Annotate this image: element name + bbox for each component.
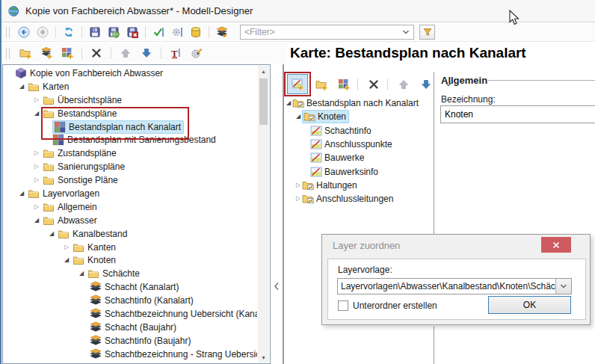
tree-item[interactable]: ◢Knoten [4, 253, 257, 267]
validate-button[interactable] [150, 24, 167, 40]
save-discard-button[interactable] [124, 24, 141, 40]
expander-icon[interactable]: ▷ [33, 150, 43, 156]
tree-item-selected[interactable]: Bestandsplan nach Kanalart [4, 120, 257, 134]
back-button[interactable] [16, 24, 32, 40]
dialog-close-button[interactable] [541, 237, 571, 253]
tree-item[interactable]: ◢Bestandsplan nach Kanalart [286, 96, 432, 110]
layers-button[interactable] [214, 24, 230, 40]
expander-icon[interactable]: ▷ [33, 204, 43, 210]
tree-item[interactable] [4, 361, 257, 363]
add-layer-button[interactable] [287, 74, 308, 94]
expander-icon[interactable]: ▷ [296, 182, 302, 188]
tree-item[interactable]: Schachtinfo (Baujahr) [4, 334, 257, 348]
chevron-down-icon[interactable] [555, 279, 571, 294]
tree-item[interactable]: Anschlusspunkte [286, 138, 432, 151]
expander-icon[interactable]: ◢ [18, 191, 28, 197]
tree-item[interactable]: ▷Sanierungspläne [4, 160, 257, 173]
tree-item[interactable]: ▷Zustandspläne [4, 146, 257, 160]
tree-item[interactable]: ▷Übersichtspläne [4, 93, 257, 107]
delete-button[interactable] [87, 44, 105, 62]
expander-icon[interactable]: ▷ [33, 177, 43, 183]
tree-item[interactable]: ◢Karten [4, 80, 257, 93]
expander-icon[interactable]: ◢ [296, 114, 302, 120]
expander-icon[interactable]: ◢ [48, 231, 58, 237]
toolbar-separator [387, 78, 388, 90]
forward-button[interactable] [34, 24, 51, 40]
expander-icon[interactable]: ▷ [63, 244, 73, 250]
expander-icon[interactable]: ◢ [18, 84, 28, 90]
tree-item-selected[interactable]: ◢Knoten [286, 110, 432, 123]
scroll-down-icon[interactable]: ▼ [258, 352, 269, 363]
save-publish-button[interactable] [105, 24, 122, 40]
new-map-button[interactable] [58, 44, 76, 62]
layervorlage-label: Layervorlage: [338, 265, 392, 275]
filter-combobox[interactable]: <Filter> [240, 25, 414, 40]
tree-item[interactable]: ▷Allgemein [4, 200, 257, 214]
add-folder-button[interactable] [312, 75, 330, 93]
tree-item[interactable]: Schachtbezeichnung Uebersicht (Kanalart) [4, 307, 257, 321]
tree-item[interactable]: Bestandsplan mit Sanierungsbestand [4, 133, 257, 146]
layervorlage-value[interactable] [338, 279, 555, 294]
tree-item[interactable]: ◢Schächte [4, 267, 257, 280]
new-folder-button[interactable] [16, 44, 34, 62]
properties-divider [434, 72, 434, 234]
map-layer-tree: ◢Bestandsplan nach Kanalart ◢Knoten Scha… [286, 96, 432, 206]
delete-button[interactable] [365, 75, 383, 93]
settings-apply-button[interactable] [169, 24, 185, 40]
expander-icon[interactable]: ◢ [33, 111, 43, 117]
title-bar: Kopie von Fachbereich Abwasser* - Modell… [1, 0, 595, 22]
expander-icon[interactable]: ◢ [33, 218, 43, 223]
bezeichnung-field[interactable] [440, 105, 595, 123]
checkbox-label: Unterordner erstellen [353, 300, 437, 311]
expander-icon[interactable]: ▷ [33, 164, 43, 170]
tree-item[interactable]: ▷Haltungen [286, 179, 432, 192]
scrollbar-thumb[interactable] [259, 78, 268, 125]
chevron-down-icon[interactable] [402, 29, 413, 35]
app-globe-icon [7, 5, 19, 17]
tree-item[interactable]: ◢Abwasser [4, 214, 257, 227]
tree-item[interactable]: ▷Kanten [4, 241, 257, 254]
unterordner-checkbox-row[interactable]: Unterordner erstellen [338, 300, 437, 311]
tree-item[interactable]: ▷Anschlussleitungen [286, 192, 432, 206]
database-button[interactable] [188, 24, 204, 40]
move-down-button[interactable] [417, 75, 435, 93]
expander-icon[interactable]: ▷ [296, 196, 302, 202]
move-up-button[interactable] [117, 44, 135, 62]
move-down-button[interactable] [138, 44, 155, 62]
tree-item[interactable]: Bauwerke [286, 151, 432, 164]
tree-item[interactable]: Schachtinfo [286, 124, 432, 138]
tree-item[interactable]: ◢Layervorlagen [4, 187, 257, 200]
text-style-button[interactable] [167, 44, 185, 62]
project-tree-panel: Kopie von Fachbereich Abwasser ◢Karten ▷… [2, 64, 271, 364]
refresh-button[interactable] [61, 24, 77, 40]
tree-item[interactable]: Bauwerksinfo [286, 164, 432, 178]
tree-item[interactable]: ◢Bestandspläne [4, 107, 257, 120]
splitter-collapse-button[interactable] [272, 280, 281, 293]
expander-icon[interactable]: ◢ [286, 100, 292, 106]
checkbox[interactable] [338, 300, 348, 311]
filter-apply-button[interactable] [419, 25, 435, 40]
expander-icon[interactable]: ◢ [63, 257, 73, 263]
scroll-up-icon[interactable]: ▲ [258, 66, 269, 76]
theme-button[interactable] [188, 44, 206, 62]
tree-item[interactable]: ◢Kanalbestand [4, 227, 257, 241]
expander-icon[interactable]: ▷ [33, 97, 43, 103]
save-button[interactable] [87, 24, 103, 40]
move-up-button[interactable] [395, 75, 413, 93]
panel-splitter[interactable] [283, 64, 284, 364]
new-layer-button[interactable] [37, 44, 55, 62]
tree-item[interactable]: Schacht (Kanalart) [4, 280, 257, 294]
tree-item[interactable]: Schachtbezeichnung - Strang Uebersich... [4, 348, 257, 361]
tree-scrollbar[interactable]: ▲ ▼ [258, 66, 269, 363]
toolbar-grip[interactable] [6, 27, 10, 38]
tree-item-root[interactable]: Kopie von Fachbereich Abwasser [4, 67, 257, 80]
tree-item[interactable]: Schachtinfo (Kanalart) [4, 294, 257, 307]
tree-item[interactable]: ▷Sonstige Pläne [4, 173, 257, 187]
toolbar-grip[interactable] [6, 48, 10, 59]
expander-icon[interactable]: ◢ [78, 271, 87, 277]
tree-item[interactable]: Schacht (Baujahr) [4, 321, 257, 334]
add-map-button[interactable] [335, 75, 353, 93]
ok-button[interactable]: OK [488, 296, 571, 314]
layervorlage-combobox[interactable] [337, 278, 572, 294]
main-toolbar: <Filter> [1, 23, 595, 42]
